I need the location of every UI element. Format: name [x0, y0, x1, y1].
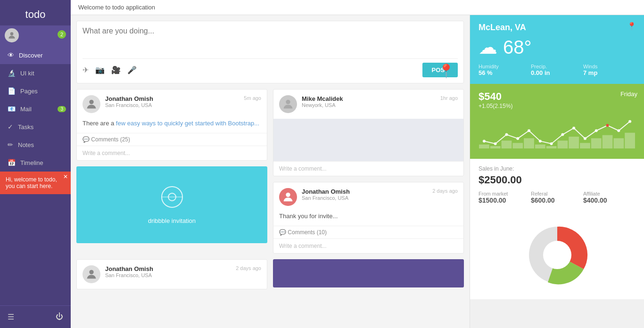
post-time-5: 2 days ago [236, 265, 261, 271]
video-icon[interactable]: 🎥 [111, 66, 121, 74]
svg-point-30 [572, 127, 575, 130]
post-comments-3[interactable]: 💬 Comments (10) [273, 226, 463, 238]
post-card-2: Mike Mcalidek Newyork, USA 1hr ago Write… [273, 89, 464, 176]
post-body-1: There are a few easy ways to quickly get… [77, 119, 267, 133]
top-bar: Welcome to todo application [71, 0, 644, 15]
sales-title: Sales in June: [479, 165, 636, 172]
svg-point-28 [550, 142, 553, 145]
sidebar-item-pages[interactable]: 📄 Pages [0, 82, 71, 100]
svg-point-27 [539, 139, 542, 142]
post-header-5: Jonathan Omish San Francisco, USA 2 days… [77, 260, 267, 289]
feed-col-right: Mike Mcalidek Newyork, USA 1hr ago Write… [273, 89, 464, 254]
svg-point-32 [595, 129, 598, 132]
svg-point-33 [606, 124, 609, 127]
svg-point-31 [584, 137, 586, 140]
write-comment-1[interactable]: Write a comment... [77, 146, 267, 160]
composer-footer: ✈ 📷 🎥 🎤 POST [83, 58, 458, 77]
post-comments-1[interactable]: 💬 Comments (25) [77, 133, 267, 146]
sidebar-item-mail[interactable]: 📧 Mail 3 [0, 100, 71, 118]
svg-rect-8 [479, 145, 489, 148]
nav-icon-tasks: ✓ [8, 123, 13, 131]
pie-chart [520, 217, 595, 293]
affiliate-value: $400.00 [583, 197, 636, 204]
camera-icon[interactable]: 📷 [95, 66, 105, 74]
cloud-icon: ☁ [479, 36, 497, 58]
post-avatar-5 [83, 265, 100, 283]
post-meta-2: Mike Mcalidek Newyork, USA [302, 95, 436, 108]
feed-area: ✈ 📷 🎥 🎤 POST 📍 [71, 15, 470, 328]
svg-point-22 [483, 139, 486, 142]
svg-point-37 [543, 241, 571, 269]
post-time-3: 2 days ago [432, 188, 458, 194]
user-row: 2 [0, 25, 71, 46]
stock-widget: $540 +1.05(2.15%) Friday [470, 84, 644, 159]
affiliate-label: Affiliate [583, 191, 636, 197]
weather-winds: Winds 7 mp [583, 64, 636, 76]
nav-icon-ui-kit: 🔬 [8, 69, 16, 77]
sidebar-item-tasks[interactable]: ✓ Tasks [0, 118, 71, 136]
menu-icon[interactable]: ☰ [8, 312, 14, 321]
dribbble-card: dribbble invitation [76, 166, 267, 243]
svg-point-29 [561, 133, 564, 136]
svg-point-6 [286, 193, 290, 197]
feed-col-left: Jonathan Omish San Francisco, USA 5m ago… [76, 89, 267, 254]
main-content: Welcome to todo application ✈ 📷 🎥 🎤 POST [71, 0, 644, 328]
tooltip-text: Hi, welcome to todo, you can start here. [6, 176, 57, 189]
post-link-1[interactable]: few easy ways to quickly get started wit… [116, 120, 259, 127]
feed-columns: Jonathan Omish San Francisco, USA 5m ago… [76, 89, 464, 254]
referral-label: Referal [531, 191, 583, 197]
write-comment-3[interactable]: Write a comment... [273, 238, 463, 253]
svg-point-35 [628, 120, 631, 123]
nav-label-discover: Discover [19, 52, 43, 59]
svg-point-34 [617, 129, 620, 132]
weather-humidity: Humidity 56 % [479, 64, 531, 76]
feed-col-bottom-right [273, 259, 464, 289]
svg-point-0 [10, 32, 14, 35]
sidebar-item-notes[interactable]: ✏ Notes [0, 136, 71, 154]
notification-badge: 2 [58, 30, 66, 39]
nav-label-pages: Pages [20, 88, 38, 95]
post-location-2: Newyork, USA [302, 102, 436, 108]
nav-badge-mail: 3 [58, 106, 66, 112]
svg-rect-20 [613, 138, 624, 148]
nav-icon-notes: ✏ [8, 141, 13, 148]
avatar [5, 28, 19, 42]
nav-icon-pages: 📄 [8, 87, 16, 95]
post-meta-1: Jonathan Omish San Francisco, USA [105, 95, 239, 108]
market-value: $1500.00 [479, 197, 531, 204]
precip-value: 0.00 in [531, 69, 583, 76]
composer-input[interactable] [83, 27, 458, 55]
sales-widget: Sales in June: $2500.00 From market $150… [470, 159, 644, 211]
power-icon[interactable]: ⏻ [56, 312, 63, 321]
svg-rect-10 [502, 140, 512, 148]
post-author-5: Jonathan Omish [105, 265, 231, 272]
post-header-3: Jonathan Omish San Francisco, USA 2 days… [273, 182, 463, 212]
sidebar-nav: 👁 Discover 🔬 UI kit 📄 Pages 📧 Mail 3✓ Ta… [0, 46, 71, 172]
content-area: ✈ 📷 🎥 🎤 POST 📍 [71, 15, 644, 328]
dribbble-label: dribbble invitation [148, 217, 196, 224]
pie-widget [470, 211, 644, 299]
send-icon[interactable]: ✈ [83, 66, 89, 74]
sidebar-item-timeline[interactable]: 📅 Timeline [0, 154, 71, 172]
nav-label-timeline: Timeline [20, 159, 43, 166]
humidity-label: Humidity [479, 64, 531, 69]
composer-icons: ✈ 📷 🎥 🎤 [83, 66, 137, 74]
welcome-text: Welcome to todo application [78, 4, 155, 11]
sidebar-bottom: ☰ ⏻ [0, 305, 71, 328]
post-card-3: Jonathan Omish San Francisco, USA 2 days… [273, 182, 464, 254]
sidebar-item-discover[interactable]: 👁 Discover [0, 46, 71, 64]
location-icon: 📍 [438, 63, 454, 79]
stock-change: +1.05(2.15%) [479, 103, 636, 109]
weather-details: Humidity 56 % Precip. 0.00 in Winds 7 mp [479, 64, 636, 76]
nav-icon-mail: 📧 [8, 105, 16, 113]
stock-price: $540 [479, 90, 636, 103]
sidebar-item-ui-kit[interactable]: 🔬 UI kit [0, 64, 71, 82]
weather-widget: McLean, VA 📍 ☁ 68° Humidity 56 % Precip.… [470, 15, 644, 84]
mic-icon[interactable]: 🎤 [127, 66, 137, 74]
write-comment-2[interactable]: Write a comment... [273, 161, 463, 176]
purple-card [273, 259, 464, 287]
svg-rect-17 [580, 143, 590, 148]
post-author-2: Mike Mcalidek [302, 95, 436, 102]
nav-icon-discover: 👁 [8, 51, 14, 59]
close-tooltip-button[interactable]: ✕ [63, 173, 68, 180]
